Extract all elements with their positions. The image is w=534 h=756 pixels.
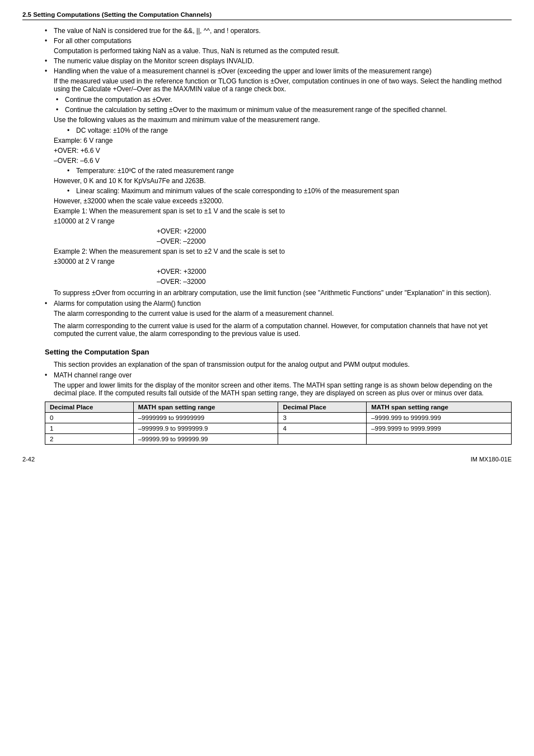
footer: 2-42 IM MX180-01E <box>22 456 512 463</box>
list-item: • MATH channel range over <box>45 371 512 379</box>
bullet-text: Alarms for computation using the Alarm()… <box>54 300 512 307</box>
table-cell <box>278 434 367 445</box>
bullet-sym: • <box>56 106 65 114</box>
bullet-text: Temperature: ±10ºC of the rated measurem… <box>76 167 512 175</box>
paragraph: The alarm corresponding to the current v… <box>54 322 512 338</box>
paragraph: Example 2: When the measurement span is … <box>54 248 512 255</box>
bullet-sym: • <box>67 167 76 175</box>
bullet-sym: • <box>45 27 54 35</box>
paragraph: ±30000 at 2 V range <box>54 258 512 265</box>
paragraph: Example 1: When the measurement span is … <box>54 207 512 215</box>
table-cell: 1 <box>45 423 134 434</box>
table-cell: 2 <box>45 434 134 445</box>
bullet-text: MATH channel range over <box>54 371 512 379</box>
list-item: Computation is performed taking NaN as a… <box>54 47 512 55</box>
paragraph: ±10000 at 2 V range <box>54 217 512 225</box>
bullet-text: Linear scaling: Maximum and minimum valu… <box>76 187 512 195</box>
bullet-sym: • <box>67 127 76 134</box>
paragraph: –OVER: –32000 <box>157 278 512 286</box>
bullet-sym: • <box>45 57 54 65</box>
table-cell: –9999999 to 99999999 <box>133 413 278 423</box>
table-cell <box>367 434 512 445</box>
table-cell: –999.9999 to 9999.9999 <box>367 423 512 434</box>
bullet-sym: • <box>56 96 65 104</box>
table-header-col4: MATH span setting range <box>367 402 512 413</box>
list-item: • Continue the computation as ±Over. <box>56 96 512 104</box>
table-cell: –99999.99 to 999999.99 <box>133 434 278 445</box>
list-item: • The numeric value display on the Monit… <box>45 57 512 65</box>
span-table: Decimal Place MATH span setting range De… <box>45 402 512 445</box>
list-item: • Alarms for computation using the Alarm… <box>45 300 512 307</box>
bullet-sym: • <box>45 37 54 45</box>
list-item: However, 0 K and 10 K for KpVsAu7Fe and … <box>54 177 512 185</box>
paragraph: If the measured value used in the refere… <box>54 77 512 93</box>
paragraph: This section provides an explanation of … <box>54 361 512 368</box>
table-cell: 3 <box>278 413 367 423</box>
list-item: +OVER: +6.6 V <box>54 147 512 155</box>
paragraph: To suppress ±Over from occurring in an a… <box>54 289 512 297</box>
bullet-sym: • <box>45 371 54 379</box>
list-item: Example: 6 V range <box>54 137 512 144</box>
bullet-text: The numeric value display on the Monitor… <box>54 57 512 65</box>
paragraph: However, ±32000 when the scale value exc… <box>54 197 512 205</box>
bullet-sym: • <box>45 67 54 75</box>
bullet-text: DC voltage: ±10% of the range <box>76 127 512 134</box>
bullet-text: Continue the calculation by setting ±Ove… <box>65 106 512 114</box>
bullet-text: The value of NaN is considered true for … <box>54 27 512 35</box>
bullet-sym: • <box>45 300 54 307</box>
doc-id: IM MX180-01E <box>471 456 512 463</box>
table-header-col3: Decimal Place <box>278 402 367 413</box>
bullet-sym: • <box>67 187 76 195</box>
bullet-text: Continue the computation as ±Over. <box>65 96 512 104</box>
list-item: • DC voltage: ±10% of the range <box>67 127 512 134</box>
list-item: • Linear scaling: Maximum and minimum va… <box>67 187 512 195</box>
list-item: • Continue the calculation by setting ±O… <box>56 106 512 114</box>
paragraph: +OVER: +32000 <box>157 268 512 276</box>
list-item: • The value of NaN is considered true fo… <box>45 27 512 35</box>
table-row: 0 –9999999 to 99999999 3 –9999.999 to 99… <box>45 413 512 423</box>
section-header: 2.5 Setting Computations (Setting the Co… <box>22 11 512 20</box>
table-row: 1 –999999.9 to 9999999.9 4 –999.9999 to … <box>45 423 512 434</box>
list-item: –OVER: –6.6 V <box>54 157 512 165</box>
list-item: • Temperature: ±10ºC of the rated measur… <box>67 167 512 175</box>
page-number: 2-42 <box>22 456 35 463</box>
table-cell: 0 <box>45 413 134 423</box>
paragraph: +OVER: +22000 <box>157 227 512 235</box>
subsection-title: Setting the Computation Span <box>45 348 512 356</box>
list-item: • Handling when the value of a measureme… <box>45 67 512 75</box>
table-cell: –9999.999 to 99999.999 <box>367 413 512 423</box>
table-header-col1: Decimal Place <box>45 402 134 413</box>
paragraph: –OVER: –22000 <box>157 237 512 245</box>
table-header-col2: MATH span setting range <box>133 402 278 413</box>
list-item: • For all other computations <box>45 37 512 45</box>
bullet-text: For all other computations <box>54 37 512 45</box>
paragraph: Use the following values as the maximum … <box>54 116 512 124</box>
table-cell: 4 <box>278 423 367 434</box>
bullet-text: Handling when the value of a measurement… <box>54 67 512 75</box>
paragraph: The upper and lower limits for the displ… <box>54 381 512 397</box>
paragraph: The alarm corresponding to the current v… <box>54 310 512 318</box>
table-cell: –999999.9 to 9999999.9 <box>133 423 278 434</box>
table-row: 2 –99999.99 to 999999.99 <box>45 434 512 445</box>
